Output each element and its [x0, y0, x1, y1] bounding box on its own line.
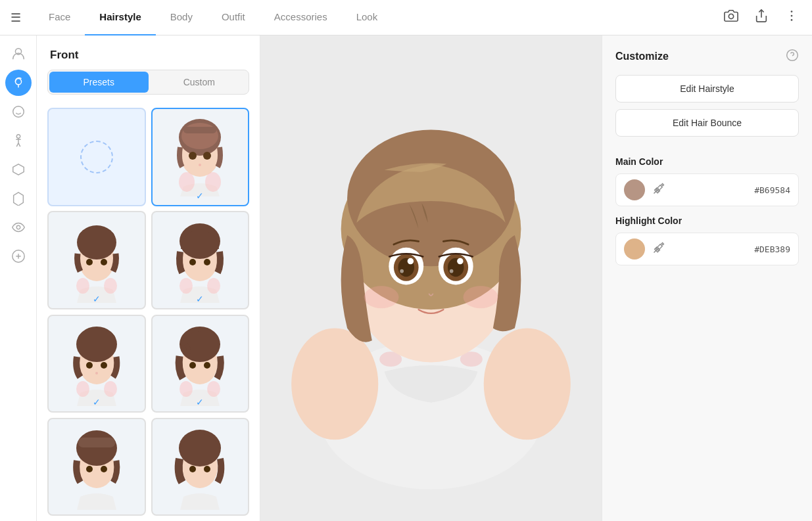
- svg-point-44: [189, 362, 196, 369]
- svg-point-72: [400, 269, 404, 273]
- tab-look[interactable]: Look: [342, 0, 393, 35]
- hair-item-3[interactable]: ✓: [151, 211, 250, 309]
- svg-point-40: [76, 381, 89, 397]
- hair-item-1[interactable]: ✓: [151, 108, 250, 206]
- camera-button[interactable]: [721, 6, 741, 29]
- highlight-color-hex: #DEB389: [673, 244, 790, 254]
- svg-point-37: [86, 362, 93, 369]
- svg-point-32: [179, 278, 193, 294]
- svg-point-46: [179, 381, 193, 397]
- svg-point-31: [204, 259, 210, 265]
- tab-body[interactable]: Body: [156, 0, 207, 35]
- character-canvas: [260, 35, 602, 521]
- side-icon-outfit[interactable]: [5, 185, 32, 212]
- hair-thumbnail-4: [60, 321, 133, 406]
- hair-thumbnail-3: [164, 217, 236, 303]
- svg-point-38: [101, 362, 107, 369]
- hair-item-7[interactable]: [151, 418, 250, 516]
- svg-point-11: [16, 225, 20, 229]
- main-color-hex: #B69584: [673, 185, 790, 195]
- highlight-color-eyedropper[interactable]: [652, 240, 666, 258]
- hair-item-empty[interactable]: [47, 108, 146, 206]
- menu-icon[interactable]: ☰: [11, 11, 21, 25]
- svg-point-27: [104, 278, 117, 294]
- more-options-button[interactable]: [782, 6, 801, 29]
- svg-point-33: [207, 278, 220, 294]
- svg-rect-36: [78, 334, 115, 343]
- hair-item-5[interactable]: ✓: [151, 315, 250, 413]
- svg-point-3: [791, 15, 793, 17]
- hair-thumbnail-1: [164, 118, 236, 196]
- svg-point-51: [86, 466, 93, 472]
- svg-rect-23: [79, 232, 114, 240]
- svg-point-19: [179, 172, 195, 192]
- svg-point-59: [291, 328, 378, 440]
- nav-tabs: Face Hairstyle Body Outfit Accessories L…: [34, 0, 721, 35]
- help-icon[interactable]: [786, 49, 799, 64]
- tab-face[interactable]: Face: [34, 0, 85, 35]
- empty-circle: [80, 141, 113, 173]
- svg-point-47: [207, 381, 220, 397]
- svg-rect-50: [78, 438, 115, 447]
- hair-thumbnail-7: [164, 424, 236, 510]
- svg-point-76: [457, 258, 463, 263]
- side-icon-hairstyle[interactable]: [5, 70, 32, 96]
- customize-title: Customize: [615, 51, 669, 62]
- preset-custom-tabs: Presets Custom: [47, 70, 249, 95]
- share-button[interactable]: [752, 6, 771, 29]
- nav-actions: [721, 6, 801, 29]
- hair-thumbnail-5: [164, 321, 236, 406]
- highlight-color-label: Highlight Color: [615, 215, 799, 226]
- svg-point-71: [408, 258, 414, 263]
- side-icon-face[interactable]: [5, 41, 32, 67]
- svg-point-78: [364, 286, 399, 308]
- side-icon-body[interactable]: [5, 127, 32, 154]
- svg-point-20: [205, 172, 221, 192]
- svg-point-56: [204, 466, 210, 472]
- svg-point-2: [791, 11, 793, 12]
- main-color-label: Main Color: [615, 156, 799, 167]
- main-color-section: Main Color #B69584 Highlight Color: [615, 156, 799, 265]
- highlight-color-row: #DEB389: [615, 233, 799, 265]
- left-panel: Front Presets Custom: [37, 35, 260, 521]
- edit-hair-bounce-button[interactable]: Edit Hair Bounce: [615, 109, 799, 137]
- character-display: [260, 49, 602, 509]
- hair-item-6[interactable]: [47, 418, 146, 516]
- svg-point-60: [484, 328, 571, 440]
- side-icon-extra[interactable]: [5, 243, 32, 269]
- svg-point-49: [76, 430, 117, 466]
- tab-hairstyle[interactable]: Hairstyle: [85, 0, 155, 35]
- right-panel: Customize Edit Hairstyle Edit Hair Bounc…: [602, 35, 812, 521]
- checkmark-2: ✓: [93, 294, 101, 304]
- hair-item-2[interactable]: ✓: [47, 211, 146, 309]
- custom-tab[interactable]: Custom: [150, 70, 249, 94]
- hair-thumbnail-6: [60, 424, 133, 510]
- panel-title: Front: [37, 35, 260, 70]
- svg-point-79: [464, 286, 498, 308]
- checkmark-5: ✓: [196, 397, 204, 407]
- svg-point-22: [77, 225, 116, 260]
- selected-checkmark: ✓: [196, 191, 204, 201]
- tab-outfit[interactable]: Outfit: [207, 0, 260, 35]
- hairstyle-grid: ✓ ✓: [37, 102, 260, 521]
- top-navigation: ☰ Face Hairstyle Body Outfit Accessories…: [0, 0, 812, 35]
- hair-item-4[interactable]: ✓: [47, 315, 146, 413]
- side-icon-accessories[interactable]: [5, 156, 32, 183]
- side-icon-look[interactable]: [5, 214, 32, 240]
- checkmark-4: ✓: [93, 397, 101, 407]
- side-icon-expression[interactable]: [5, 99, 32, 125]
- tab-accessories[interactable]: Accessories: [260, 0, 342, 35]
- svg-point-18: [199, 164, 201, 166]
- main-color-eyedropper[interactable]: [652, 181, 666, 199]
- edit-hairstyle-button[interactable]: Edit Hairstyle: [615, 75, 799, 102]
- svg-point-80: [787, 50, 798, 61]
- highlight-color-swatch[interactable]: [624, 238, 645, 260]
- svg-point-52: [101, 466, 107, 472]
- svg-point-26: [76, 278, 89, 294]
- main-area: Front Presets Custom: [0, 35, 812, 521]
- hair-thumbnail-2: [60, 217, 133, 303]
- presets-tab[interactable]: Presets: [49, 72, 149, 93]
- main-color-swatch[interactable]: [624, 179, 645, 200]
- svg-point-35: [76, 327, 117, 362]
- svg-point-4: [791, 19, 793, 21]
